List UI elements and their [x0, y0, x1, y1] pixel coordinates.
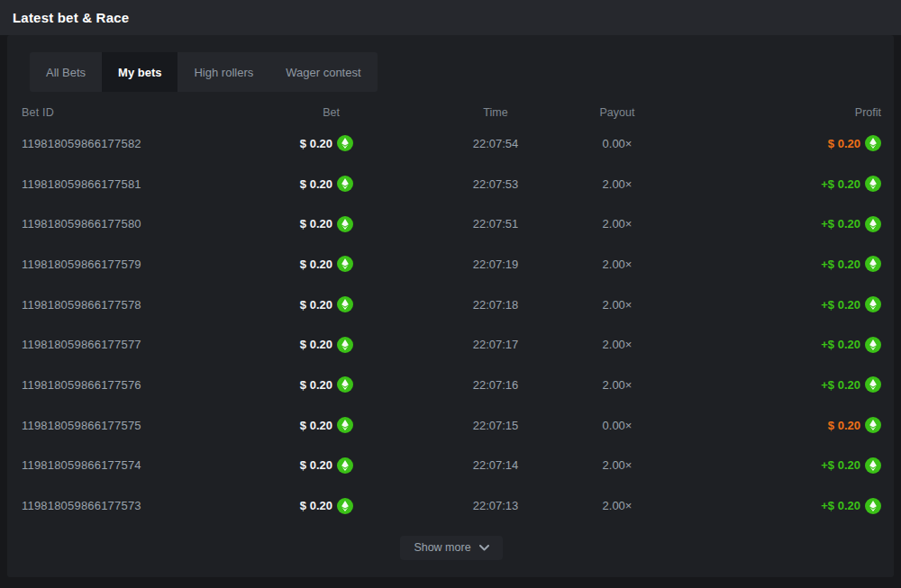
- profit-amount: +$ 0.20: [821, 258, 860, 271]
- profit-cell: +$ 0.20: [653, 376, 881, 393]
- eth-coin-icon: [865, 337, 881, 353]
- table-row[interactable]: 119818059866177580 $ 0.20 22:07:51 2.00×…: [22, 204, 881, 244]
- tab-wager-contest[interactable]: Wager contest: [269, 52, 377, 92]
- bet-time-cell: 22:07:51: [414, 217, 577, 231]
- bet-id-cell: 119818059866177574: [22, 458, 241, 472]
- page-title: Latest bet & Race: [13, 10, 129, 25]
- bet-amount-cell: $ 0.20: [241, 176, 353, 192]
- table-row[interactable]: 119818059866177576 $ 0.20 22:07:16 2.00×…: [22, 365, 881, 405]
- bet-time-cell: 22:07:53: [414, 177, 577, 191]
- bet-time-cell: 22:07:19: [414, 258, 577, 271]
- bet-amount: $ 0.20: [300, 419, 332, 432]
- payout-cell: 2.00×: [581, 338, 653, 351]
- show-more-button[interactable]: Show more: [400, 536, 502, 560]
- eth-coin-icon: [865, 498, 881, 514]
- bet-time-cell: 22:07:54: [414, 137, 577, 150]
- table-row[interactable]: 119818059866177573 $ 0.20 22:07:13 2.00×…: [22, 485, 881, 526]
- column-header-bet: Bet: [241, 106, 353, 119]
- bet-id-cell: 119818059866177575: [22, 419, 241, 432]
- bet-time-cell: 22:07:15: [414, 419, 577, 432]
- table-header-row: Bet ID Bet Time Payout Profit: [22, 101, 881, 123]
- profit-amount: +$ 0.20: [821, 499, 860, 512]
- profit-cell: +$ 0.20: [653, 256, 881, 272]
- eth-coin-icon: [337, 337, 353, 353]
- eth-coin-icon: [865, 457, 881, 474]
- payout-cell: 2.00×: [581, 458, 653, 472]
- table-row[interactable]: 119818059866177581 $ 0.20 22:07:53 2.00×…: [22, 164, 881, 204]
- bet-id-cell: 119818059866177580: [22, 217, 241, 231]
- bet-amount: $ 0.20: [300, 298, 332, 312]
- bet-time-cell: 22:07:18: [414, 298, 577, 312]
- section-header: Latest bet & Race: [0, 0, 901, 35]
- bet-id-cell: 119818059866177579: [22, 258, 241, 271]
- eth-coin-icon: [337, 417, 353, 433]
- column-header-bet-id: Bet ID: [22, 106, 241, 119]
- profit-cell: +$ 0.20: [653, 457, 881, 474]
- column-header-payout: Payout: [581, 106, 653, 119]
- bet-amount: $ 0.20: [300, 217, 332, 231]
- eth-coin-icon: [337, 216, 353, 232]
- profit-cell: $ 0.20: [653, 135, 881, 151]
- table-row[interactable]: 119818059866177575 $ 0.20 22:07:15 0.00×…: [22, 405, 881, 446]
- profit-amount: $ 0.20: [828, 419, 860, 432]
- eth-coin-icon: [337, 256, 353, 272]
- eth-coin-icon: [865, 296, 881, 312]
- profit-amount: +$ 0.20: [821, 298, 860, 312]
- latest-bets-panel: All BetsMy betsHigh rollersWager contest…: [7, 35, 894, 577]
- eth-coin-icon: [865, 256, 881, 272]
- table-row[interactable]: 119818059866177574 $ 0.20 22:07:14 2.00×…: [22, 446, 881, 486]
- eth-coin-icon: [865, 417, 881, 433]
- bet-amount: $ 0.20: [300, 177, 332, 191]
- bet-amount-cell: $ 0.20: [241, 376, 353, 393]
- bet-time-cell: 22:07:17: [414, 338, 577, 351]
- profit-cell: +$ 0.20: [653, 176, 881, 192]
- eth-coin-icon: [337, 135, 353, 151]
- payout-cell: 2.00×: [581, 298, 653, 312]
- bet-id-cell: 119818059866177578: [22, 298, 241, 312]
- table-row[interactable]: 119818059866177579 $ 0.20 22:07:19 2.00×…: [22, 244, 881, 285]
- eth-coin-icon: [337, 176, 353, 192]
- eth-coin-icon: [337, 296, 353, 312]
- eth-coin-icon: [865, 216, 881, 232]
- profit-cell: +$ 0.20: [653, 498, 881, 514]
- tab-high-rollers[interactable]: High rollers: [177, 52, 269, 92]
- bet-amount-cell: $ 0.20: [241, 216, 353, 232]
- profit-amount: +$ 0.20: [821, 458, 860, 472]
- profit-cell: +$ 0.20: [653, 337, 881, 353]
- bet-time-cell: 22:07:13: [414, 499, 577, 512]
- column-header-profit: Profit: [653, 106, 881, 119]
- bet-amount-cell: $ 0.20: [241, 135, 353, 151]
- eth-coin-icon: [865, 135, 881, 151]
- bets-table-body: 119818059866177582 $ 0.20 22:07:54 0.00×…: [22, 123, 881, 526]
- bet-amount: $ 0.20: [300, 258, 332, 271]
- bet-id-cell: 119818059866177582: [22, 137, 241, 150]
- table-row[interactable]: 119818059866177578 $ 0.20 22:07:18 2.00×…: [22, 285, 881, 325]
- bet-amount: $ 0.20: [300, 378, 332, 392]
- eth-coin-icon: [337, 376, 353, 393]
- bet-amount-cell: $ 0.20: [241, 256, 353, 272]
- eth-coin-icon: [865, 376, 881, 393]
- table-row[interactable]: 119818059866177577 $ 0.20 22:07:17 2.00×…: [22, 324, 881, 365]
- tab-my-bets[interactable]: My bets: [102, 52, 177, 92]
- bet-amount-cell: $ 0.20: [241, 337, 353, 353]
- profit-amount: +$ 0.20: [821, 378, 860, 392]
- profit-cell: +$ 0.20: [653, 216, 881, 232]
- bet-amount: $ 0.20: [300, 499, 332, 512]
- profit-cell: +$ 0.20: [653, 296, 881, 312]
- payout-cell: 2.00×: [581, 499, 653, 512]
- eth-coin-icon: [865, 176, 881, 192]
- bet-amount-cell: $ 0.20: [241, 457, 353, 474]
- bet-amount-cell: $ 0.20: [241, 417, 353, 433]
- bet-amount-cell: $ 0.20: [241, 498, 353, 514]
- eth-coin-icon: [337, 498, 353, 514]
- payout-cell: 2.00×: [581, 258, 653, 271]
- table-row[interactable]: 119818059866177582 $ 0.20 22:07:54 0.00×…: [22, 123, 881, 164]
- show-more-label: Show more: [414, 541, 470, 554]
- bet-amount-cell: $ 0.20: [241, 296, 353, 312]
- bet-amount: $ 0.20: [300, 338, 332, 351]
- payout-cell: 2.00×: [581, 217, 653, 231]
- tab-all-bets[interactable]: All Bets: [30, 52, 102, 92]
- bet-id-cell: 119818059866177581: [22, 177, 241, 191]
- profit-amount: +$ 0.20: [821, 217, 860, 231]
- chevron-down-icon: [479, 545, 489, 551]
